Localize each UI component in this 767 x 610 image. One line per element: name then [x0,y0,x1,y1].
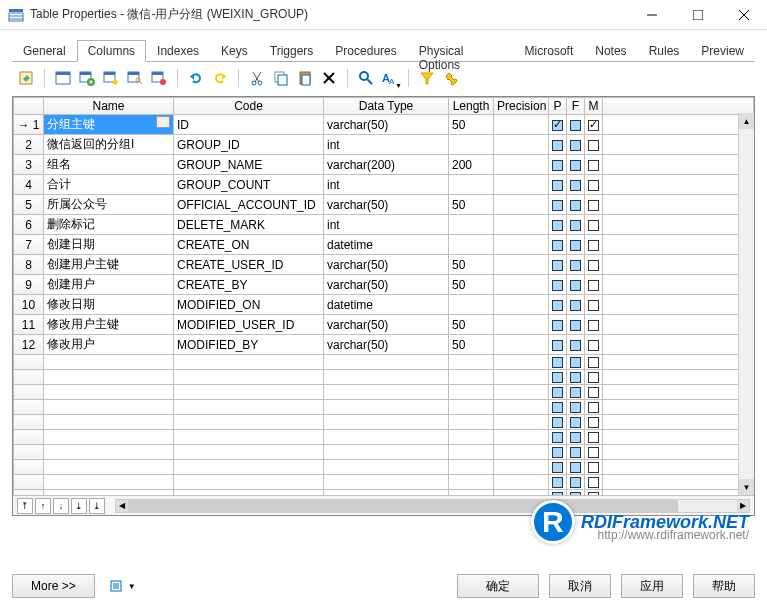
cell-name[interactable]: 修改日期 [44,295,174,315]
cell-datatype[interactable]: int [324,135,449,155]
cell-mandatory[interactable] [585,135,603,155]
scroll-down-icon[interactable]: ▼ [739,479,754,495]
cell-code[interactable]: MODIFIED_BY [174,335,324,355]
cell-datatype[interactable]: varchar(50) [324,275,449,295]
cell-pk[interactable] [549,215,567,235]
header-length[interactable]: Length [449,98,494,115]
cell-precision[interactable] [494,275,549,295]
cell-fk[interactable] [567,155,585,175]
minimize-button[interactable] [629,0,675,30]
table-row[interactable]: 9创建用户CREATE_BYvarchar(50)50 [14,275,754,295]
cell-pk[interactable] [549,295,567,315]
header-precision[interactable]: Precision [494,98,549,115]
cell-fk[interactable] [567,175,585,195]
row-header[interactable]: 2 [14,135,44,155]
cell-mandatory[interactable] [585,275,603,295]
cell-precision[interactable] [494,155,549,175]
cell-pk[interactable] [549,255,567,275]
cell-length[interactable] [449,215,494,235]
table-row[interactable]: 4合计GROUP_COUNTint [14,175,754,195]
cell-mandatory[interactable] [585,175,603,195]
cell-pk[interactable] [549,235,567,255]
cell-precision[interactable] [494,195,549,215]
horizontal-scrollbar[interactable]: ◀ ▶ [115,499,750,513]
cell-code[interactable]: GROUP_COUNT [174,175,324,195]
cell-name[interactable]: 创建用户 [44,275,174,295]
row-header[interactable] [14,415,44,430]
cell-datatype[interactable]: varchar(50) [324,115,449,135]
cell-length[interactable]: 50 [449,275,494,295]
cell-code[interactable]: CREATE_ON [174,235,324,255]
cell-length[interactable]: 50 [449,115,494,135]
cell-name[interactable]: 分组主键= [44,115,174,135]
cell-name[interactable]: 组名 [44,155,174,175]
cell-fk[interactable] [567,215,585,235]
header-code[interactable]: Code [174,98,324,115]
header-p[interactable]: P [549,98,567,115]
apply-button[interactable]: 应用 [621,574,683,598]
cell-mandatory[interactable] [585,255,603,275]
tab-preview[interactable]: Preview [690,40,755,61]
options-dropdown[interactable]: ▼ [105,576,140,596]
scroll-up-icon[interactable]: ▲ [739,113,754,129]
cell-mandatory[interactable] [585,195,603,215]
cancel-button[interactable]: 取消 [549,574,611,598]
cell-datatype[interactable]: varchar(50) [324,255,449,275]
cell-precision[interactable] [494,175,549,195]
row-header[interactable]: 3 [14,155,44,175]
grid-link-icon[interactable] [149,68,169,88]
cell-name[interactable]: 合计 [44,175,174,195]
scroll-right-icon[interactable]: ▶ [737,500,749,512]
cell-fk[interactable] [567,235,585,255]
cell-datatype[interactable]: int [324,175,449,195]
cell-name[interactable]: 修改用户 [44,335,174,355]
corner-cell[interactable] [14,98,44,115]
row-header[interactable] [14,355,44,370]
cell-precision[interactable] [494,295,549,315]
cell-precision[interactable] [494,135,549,155]
cell-code[interactable]: GROUP_ID [174,135,324,155]
cell-datatype[interactable]: datetime [324,295,449,315]
cell-precision[interactable] [494,335,549,355]
cell-datatype[interactable]: varchar(50) [324,195,449,215]
grid-key-icon[interactable] [125,68,145,88]
row-header[interactable]: → 1 [14,115,44,135]
cell-fk[interactable] [567,315,585,335]
cell-editor-button[interactable]: = [156,116,170,128]
cell-name[interactable]: 创建用户主键 [44,255,174,275]
cell-name[interactable]: 修改用户主键 [44,315,174,335]
row-header[interactable]: 8 [14,255,44,275]
tab-physical-options[interactable]: Physical Options [408,40,514,61]
header-m[interactable]: M [585,98,603,115]
table-row-empty[interactable] [14,475,754,490]
table-row[interactable]: 11修改用户主键MODIFIED_USER_IDvarchar(50)50 [14,315,754,335]
grid-icon[interactable] [53,68,73,88]
table-row[interactable]: 5所属公众号OFFICIAL_ACCOUNT_IDvarchar(50)50 [14,195,754,215]
cell-pk[interactable] [549,275,567,295]
cell-fk[interactable] [567,255,585,275]
cell-length[interactable]: 50 [449,315,494,335]
tab-general[interactable]: General [12,40,77,61]
cell-mandatory[interactable] [585,235,603,255]
cell-pk[interactable] [549,195,567,215]
cell-code[interactable]: MODIFIED_ON [174,295,324,315]
row-header[interactable]: 12 [14,335,44,355]
cell-code[interactable]: OFFICIAL_ACCOUNT_ID [174,195,324,215]
cell-fk[interactable] [567,115,585,135]
table-row[interactable]: 7创建日期CREATE_ONdatetime [14,235,754,255]
tab-procedures[interactable]: Procedures [324,40,407,61]
table-row-empty[interactable] [14,385,754,400]
cell-datatype[interactable]: varchar(200) [324,155,449,175]
cell-mandatory[interactable] [585,335,603,355]
cell-length[interactable] [449,175,494,195]
table-row-empty[interactable] [14,355,754,370]
cell-name[interactable]: 创建日期 [44,235,174,255]
row-header[interactable] [14,370,44,385]
row-header[interactable]: 10 [14,295,44,315]
maximize-button[interactable] [675,0,721,30]
row-header[interactable]: 5 [14,195,44,215]
find-text-icon[interactable]: AA▼ [380,68,400,88]
cell-fk[interactable] [567,275,585,295]
nav-end-icon[interactable]: ⤓ [89,498,105,514]
table-row[interactable]: 6删除标记DELETE_MARKint [14,215,754,235]
